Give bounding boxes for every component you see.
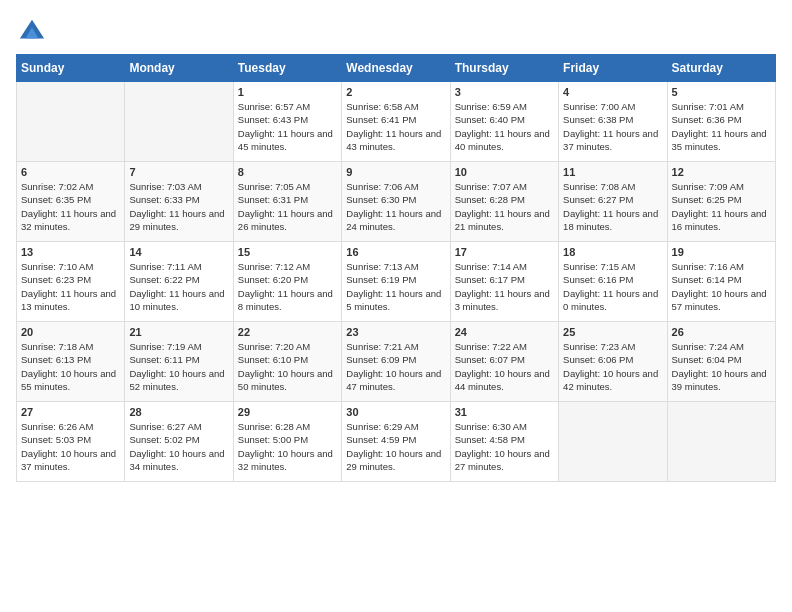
day-cell: 4Sunrise: 7:00 AMSunset: 6:38 PMDaylight… (559, 82, 667, 162)
col-header-sunday: Sunday (17, 55, 125, 82)
day-cell: 27Sunrise: 6:26 AMSunset: 5:03 PMDayligh… (17, 402, 125, 482)
day-cell: 3Sunrise: 6:59 AMSunset: 6:40 PMDaylight… (450, 82, 558, 162)
page-header (16, 16, 776, 44)
day-cell: 12Sunrise: 7:09 AMSunset: 6:25 PMDayligh… (667, 162, 775, 242)
day-cell: 11Sunrise: 7:08 AMSunset: 6:27 PMDayligh… (559, 162, 667, 242)
day-number: 23 (346, 326, 445, 338)
header-row: SundayMondayTuesdayWednesdayThursdayFrid… (17, 55, 776, 82)
day-cell: 28Sunrise: 6:27 AMSunset: 5:02 PMDayligh… (125, 402, 233, 482)
day-info: Sunrise: 6:57 AMSunset: 6:43 PMDaylight:… (238, 100, 337, 153)
day-cell (17, 82, 125, 162)
day-info: Sunrise: 7:23 AMSunset: 6:06 PMDaylight:… (563, 340, 662, 393)
day-number: 27 (21, 406, 120, 418)
day-number: 2 (346, 86, 445, 98)
day-number: 12 (672, 166, 771, 178)
day-info: Sunrise: 6:26 AMSunset: 5:03 PMDaylight:… (21, 420, 120, 473)
day-cell: 17Sunrise: 7:14 AMSunset: 6:17 PMDayligh… (450, 242, 558, 322)
day-number: 24 (455, 326, 554, 338)
day-cell: 29Sunrise: 6:28 AMSunset: 5:00 PMDayligh… (233, 402, 341, 482)
day-number: 17 (455, 246, 554, 258)
day-info: Sunrise: 6:30 AMSunset: 4:58 PMDaylight:… (455, 420, 554, 473)
day-cell: 9Sunrise: 7:06 AMSunset: 6:30 PMDaylight… (342, 162, 450, 242)
day-number: 3 (455, 86, 554, 98)
col-header-thursday: Thursday (450, 55, 558, 82)
day-number: 6 (21, 166, 120, 178)
day-number: 4 (563, 86, 662, 98)
day-cell: 16Sunrise: 7:13 AMSunset: 6:19 PMDayligh… (342, 242, 450, 322)
day-number: 10 (455, 166, 554, 178)
day-number: 9 (346, 166, 445, 178)
week-row-1: 1Sunrise: 6:57 AMSunset: 6:43 PMDaylight… (17, 82, 776, 162)
day-cell (559, 402, 667, 482)
day-number: 11 (563, 166, 662, 178)
day-number: 20 (21, 326, 120, 338)
day-cell: 10Sunrise: 7:07 AMSunset: 6:28 PMDayligh… (450, 162, 558, 242)
day-info: Sunrise: 7:07 AMSunset: 6:28 PMDaylight:… (455, 180, 554, 233)
week-row-2: 6Sunrise: 7:02 AMSunset: 6:35 PMDaylight… (17, 162, 776, 242)
day-cell: 13Sunrise: 7:10 AMSunset: 6:23 PMDayligh… (17, 242, 125, 322)
day-info: Sunrise: 6:28 AMSunset: 5:00 PMDaylight:… (238, 420, 337, 473)
day-info: Sunrise: 7:01 AMSunset: 6:36 PMDaylight:… (672, 100, 771, 153)
day-info: Sunrise: 7:13 AMSunset: 6:19 PMDaylight:… (346, 260, 445, 313)
day-number: 25 (563, 326, 662, 338)
day-info: Sunrise: 7:20 AMSunset: 6:10 PMDaylight:… (238, 340, 337, 393)
day-number: 5 (672, 86, 771, 98)
day-info: Sunrise: 7:02 AMSunset: 6:35 PMDaylight:… (21, 180, 120, 233)
day-cell (667, 402, 775, 482)
day-info: Sunrise: 7:06 AMSunset: 6:30 PMDaylight:… (346, 180, 445, 233)
day-number: 28 (129, 406, 228, 418)
col-header-tuesday: Tuesday (233, 55, 341, 82)
day-cell: 24Sunrise: 7:22 AMSunset: 6:07 PMDayligh… (450, 322, 558, 402)
day-cell: 1Sunrise: 6:57 AMSunset: 6:43 PMDaylight… (233, 82, 341, 162)
day-cell (125, 82, 233, 162)
day-number: 26 (672, 326, 771, 338)
day-cell: 25Sunrise: 7:23 AMSunset: 6:06 PMDayligh… (559, 322, 667, 402)
day-info: Sunrise: 7:22 AMSunset: 6:07 PMDaylight:… (455, 340, 554, 393)
day-info: Sunrise: 6:27 AMSunset: 5:02 PMDaylight:… (129, 420, 228, 473)
day-info: Sunrise: 7:24 AMSunset: 6:04 PMDaylight:… (672, 340, 771, 393)
day-number: 19 (672, 246, 771, 258)
day-number: 21 (129, 326, 228, 338)
day-cell: 22Sunrise: 7:20 AMSunset: 6:10 PMDayligh… (233, 322, 341, 402)
day-cell: 21Sunrise: 7:19 AMSunset: 6:11 PMDayligh… (125, 322, 233, 402)
day-number: 14 (129, 246, 228, 258)
day-cell: 14Sunrise: 7:11 AMSunset: 6:22 PMDayligh… (125, 242, 233, 322)
day-info: Sunrise: 6:59 AMSunset: 6:40 PMDaylight:… (455, 100, 554, 153)
day-cell: 6Sunrise: 7:02 AMSunset: 6:35 PMDaylight… (17, 162, 125, 242)
day-cell: 8Sunrise: 7:05 AMSunset: 6:31 PMDaylight… (233, 162, 341, 242)
day-number: 7 (129, 166, 228, 178)
day-number: 1 (238, 86, 337, 98)
logo (16, 16, 46, 44)
day-info: Sunrise: 7:14 AMSunset: 6:17 PMDaylight:… (455, 260, 554, 313)
day-number: 16 (346, 246, 445, 258)
col-header-saturday: Saturday (667, 55, 775, 82)
day-number: 8 (238, 166, 337, 178)
day-info: Sunrise: 6:58 AMSunset: 6:41 PMDaylight:… (346, 100, 445, 153)
day-info: Sunrise: 7:05 AMSunset: 6:31 PMDaylight:… (238, 180, 337, 233)
day-info: Sunrise: 7:11 AMSunset: 6:22 PMDaylight:… (129, 260, 228, 313)
col-header-friday: Friday (559, 55, 667, 82)
day-cell: 19Sunrise: 7:16 AMSunset: 6:14 PMDayligh… (667, 242, 775, 322)
day-number: 31 (455, 406, 554, 418)
day-number: 22 (238, 326, 337, 338)
day-number: 13 (21, 246, 120, 258)
day-info: Sunrise: 7:15 AMSunset: 6:16 PMDaylight:… (563, 260, 662, 313)
day-number: 30 (346, 406, 445, 418)
day-info: Sunrise: 7:00 AMSunset: 6:38 PMDaylight:… (563, 100, 662, 153)
day-number: 15 (238, 246, 337, 258)
week-row-4: 20Sunrise: 7:18 AMSunset: 6:13 PMDayligh… (17, 322, 776, 402)
day-cell: 31Sunrise: 6:30 AMSunset: 4:58 PMDayligh… (450, 402, 558, 482)
day-info: Sunrise: 7:10 AMSunset: 6:23 PMDaylight:… (21, 260, 120, 313)
day-cell: 30Sunrise: 6:29 AMSunset: 4:59 PMDayligh… (342, 402, 450, 482)
logo-icon (18, 16, 46, 44)
day-info: Sunrise: 7:09 AMSunset: 6:25 PMDaylight:… (672, 180, 771, 233)
day-number: 18 (563, 246, 662, 258)
day-cell: 26Sunrise: 7:24 AMSunset: 6:04 PMDayligh… (667, 322, 775, 402)
day-info: Sunrise: 7:08 AMSunset: 6:27 PMDaylight:… (563, 180, 662, 233)
week-row-5: 27Sunrise: 6:26 AMSunset: 5:03 PMDayligh… (17, 402, 776, 482)
day-cell: 20Sunrise: 7:18 AMSunset: 6:13 PMDayligh… (17, 322, 125, 402)
day-cell: 23Sunrise: 7:21 AMSunset: 6:09 PMDayligh… (342, 322, 450, 402)
day-info: Sunrise: 7:12 AMSunset: 6:20 PMDaylight:… (238, 260, 337, 313)
day-cell: 15Sunrise: 7:12 AMSunset: 6:20 PMDayligh… (233, 242, 341, 322)
day-cell: 7Sunrise: 7:03 AMSunset: 6:33 PMDaylight… (125, 162, 233, 242)
